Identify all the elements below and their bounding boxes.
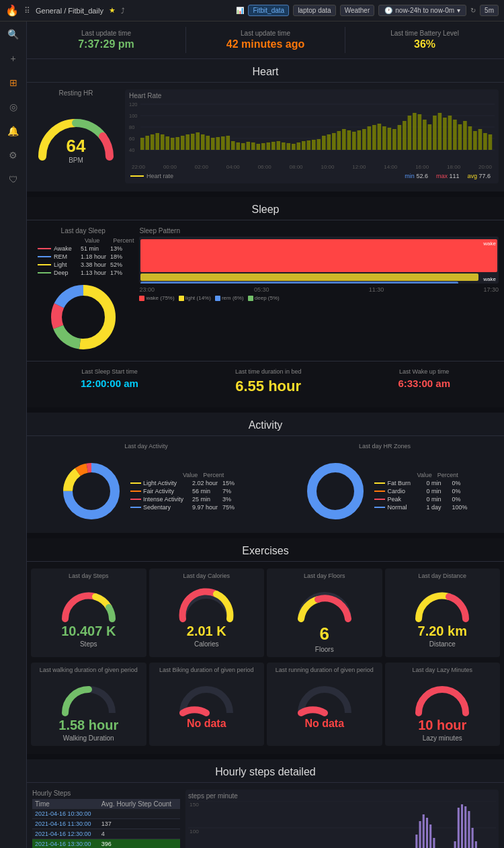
svg-rect-72 [453, 120, 457, 150]
main-content: Last update time 7:37:29 pm Last update … [27, 22, 504, 848]
distance-label: Last day Distance [388, 573, 498, 579]
svg-rect-109 [415, 835, 417, 848]
walking-label: Last walking duration of given period [34, 667, 144, 673]
svg-rect-21 [196, 132, 200, 150]
wake-label-2: wake [483, 276, 496, 282]
star-icon[interactable]: ★ [109, 6, 116, 15]
hourly-chart-area: steps per minute 150 100 50 [185, 790, 499, 848]
walking-card: Last walking duration of given period 1.… [31, 663, 146, 746]
sleep-times: 23:00 05:30 11:30 17:30 [139, 286, 499, 293]
sleep-stats-row: Last Sleep Start time 12:00:00 am Last t… [27, 361, 504, 402]
svg-rect-17 [175, 137, 179, 150]
topbar-right: 📊 Fitbit_data laptop data Weather 🕐 now-… [236, 5, 499, 16]
lazy-unit: Lazy minutes [388, 734, 498, 742]
svg-rect-54 [362, 129, 366, 150]
exercises-section: Exercises Last day Steps 10.407 K Steps [27, 538, 504, 754]
grafana-icon: 📊 [236, 7, 244, 14]
hourly-section-header: Hourly steps detailed [27, 759, 504, 783]
lazy-gauge-svg [412, 676, 472, 716]
sidebar-add-icon[interactable]: + [6, 51, 21, 66]
exercises-row2: Last walking duration of given period 1.… [27, 660, 504, 749]
exercises-section-header: Exercises [27, 538, 504, 562]
table-row: 2021-04-16 13:30:00396 [32, 839, 180, 849]
topbar: 🔥 ⠿ General / Fitbit_daily ★ ⤴ 📊 Fitbit_… [0, 0, 504, 22]
svg-rect-46 [322, 136, 326, 150]
svg-rect-15 [165, 136, 169, 150]
svg-rect-111 [423, 814, 425, 848]
svg-point-91 [312, 468, 359, 515]
svg-text:80: 80 [129, 124, 134, 130]
tab-laptop-data[interactable]: laptop data [293, 5, 336, 16]
hourly-table-body: 2021-04-16 10:30:002021-04-16 11:30:0013… [32, 809, 180, 848]
sidebar-search-icon[interactable]: 🔍 [6, 27, 21, 42]
duration-in-bed-label: Last time duration in bed [235, 368, 302, 375]
sleep-section-header: Sleep [27, 197, 504, 220]
hr-zones-legend: Value Percent Fat Burn 0 min 0% [374, 472, 467, 511]
col-count-header: Avg. Hourly Step Count [99, 799, 180, 809]
activity-section-header: Activity [27, 413, 504, 436]
svg-rect-32 [251, 142, 255, 150]
activity-donut-svg [58, 458, 125, 525]
activity-inner: Last day Activity [27, 440, 504, 527]
col-time-header: Time [32, 799, 99, 809]
sleep-legend-awake: Awake 51 min 13% [38, 245, 134, 252]
svg-text:150: 150 [190, 802, 199, 808]
sidebar-compass-icon[interactable]: ◎ [6, 99, 21, 114]
svg-rect-20 [191, 134, 195, 150]
duration-in-bed-value: 6.55 hour [235, 378, 302, 395]
hr-value-label: 64 BPM [32, 136, 120, 164]
svg-rect-28 [231, 141, 235, 150]
svg-rect-58 [382, 126, 386, 150]
sidebar-grid-icon[interactable]: ⊞ [6, 75, 21, 90]
lazy-label: Last day Lazy Minutes [388, 667, 498, 673]
svg-rect-68 [433, 116, 437, 150]
wake-up-stat: Last Wake up time 6:33:00 am [398, 368, 450, 395]
running-label: Last running duration of given period [269, 667, 380, 673]
svg-rect-38 [282, 142, 286, 150]
svg-rect-61 [398, 125, 402, 150]
sleep-start-label: Last Sleep Start time [81, 368, 138, 375]
calories-gauge-svg [176, 582, 237, 622]
svg-rect-53 [358, 130, 362, 150]
chevron-down-icon: ▾ [457, 7, 460, 14]
sleep-right: Sleep Pattern wake wake 23:00 05:30 11:3… [139, 227, 499, 354]
svg-rect-16 [171, 138, 175, 150]
hr-min-max-avg: min 52.6 max 111 avg 77.6 [402, 171, 493, 181]
tab-weather[interactable]: Weather [340, 5, 375, 16]
sidebar-shield-icon[interactable]: 🛡 [6, 172, 21, 187]
svg-rect-59 [388, 128, 392, 150]
distance-card: Last day Distance 7.20 km Distance [385, 568, 501, 657]
svg-rect-78 [483, 133, 487, 150]
heart-inner: Resting HR [27, 87, 504, 186]
hr-legend-row: Heart rate min 52.6 max 111 avg 77.6 [129, 171, 495, 181]
hourly-steps-table: Time Avg. Hourly Step Count 2021-04-16 1… [32, 799, 180, 848]
hr-zones-donut-svg [302, 458, 369, 525]
heart-rate-chart: Heart Rate 120 100 80 60 40 [125, 89, 499, 183]
refresh-interval[interactable]: 5m [480, 5, 499, 16]
steps-card: Last day Steps 10.407 K Steps [31, 568, 146, 657]
table-row: 2021-04-16 11:30:00137 [32, 819, 180, 829]
sleep-start-value: 12:00:00 am [81, 378, 138, 389]
calories-label: Last day Calories [152, 573, 262, 579]
svg-rect-37 [276, 141, 280, 150]
lazy-card: Last day Lazy Minutes 10 hour Lazy minut… [385, 663, 501, 746]
activity-left: Last day Activity [32, 443, 260, 525]
sidebar-gear-icon[interactable]: ⚙ [6, 148, 21, 163]
sidebar-bell-icon[interactable]: 🔔 [6, 124, 21, 138]
time-range-picker[interactable]: 🕐 now-24h to now-0m ▾ [378, 5, 466, 16]
stat-value-1: 42 minutes ago [192, 38, 339, 50]
tab-fitbit-data[interactable]: Fitbit_data [248, 5, 289, 16]
steps-gauge-svg [58, 582, 119, 622]
hr-bpm-value: 64 [32, 136, 120, 157]
table-row: 2021-04-16 10:30:00 [32, 809, 180, 819]
sleep-donut-svg [46, 280, 120, 354]
svg-rect-64 [413, 113, 417, 150]
share-icon[interactable]: ⤴ [121, 7, 125, 15]
svg-rect-71 [448, 116, 452, 150]
refresh-icon[interactable]: ↻ [470, 7, 476, 14]
steps-unit: Steps [34, 640, 144, 648]
sleep-inner: Last day Sleep Value Percent Awake 51 mi… [27, 224, 504, 357]
hamburger-icon[interactable]: ⠿ [24, 6, 30, 15]
brand-logo: 🔥 [5, 4, 19, 17]
heart-section: Heart Resting HR [27, 59, 504, 192]
